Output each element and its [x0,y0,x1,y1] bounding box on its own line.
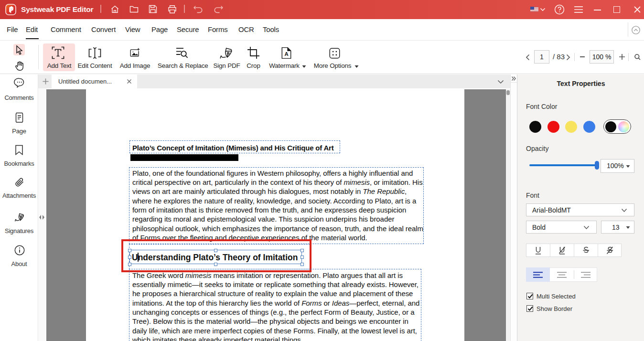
svg-text:A: A [284,51,288,57]
